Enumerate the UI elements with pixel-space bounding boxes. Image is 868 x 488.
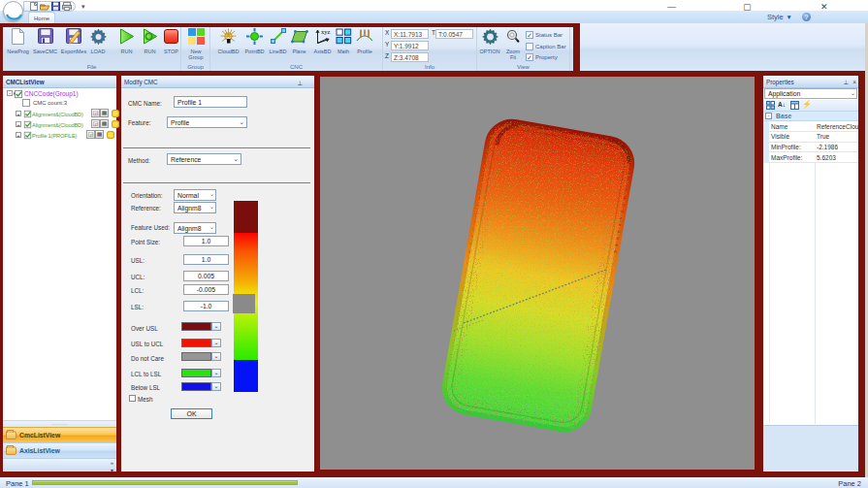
svg-text:xyz: xyz [321,28,331,35]
